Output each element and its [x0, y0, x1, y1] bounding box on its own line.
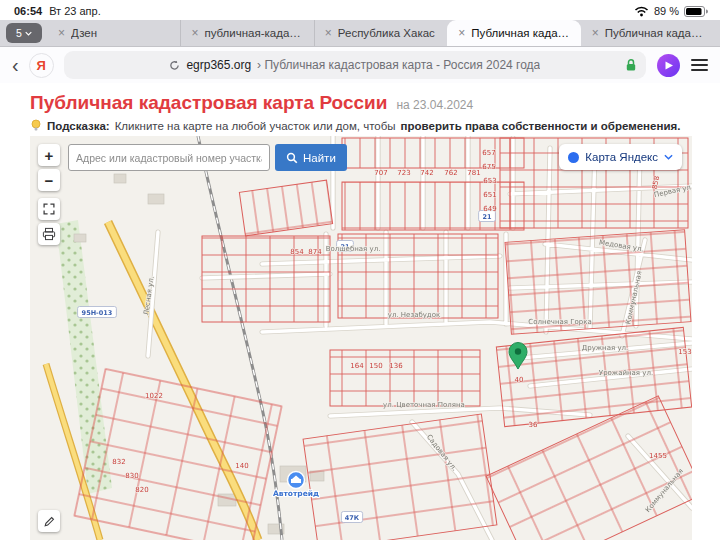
url-title: › Публичная кадастровая карта - Россия 2… — [257, 58, 540, 72]
back-button[interactable]: ‹ — [12, 55, 19, 75]
edit-button[interactable] — [38, 510, 60, 532]
parcel-number: 653 — [483, 177, 496, 185]
zoom-out-button[interactable]: − — [38, 169, 60, 191]
tab-public-cadastral-map-2[interactable]: × Публичная кадастр — [581, 20, 714, 46]
layer-icon — [568, 152, 579, 163]
layer-selector[interactable]: Карта Яндекс — [559, 144, 682, 170]
map-search-bar: Найти — [68, 144, 347, 171]
expand-icon — [42, 202, 56, 216]
parcel-number: 723 — [397, 169, 410, 177]
svg-text:47К: 47К — [345, 514, 360, 522]
page-title: Публичная кадастровая карта России — [30, 92, 387, 114]
parcel-number: 1022 — [145, 392, 163, 400]
parcel-number: 140 — [235, 462, 248, 470]
map-container[interactable]: 95Н-013212147К 7077237427627816576756536… — [30, 136, 692, 540]
search-icon — [286, 152, 298, 164]
date: Вт 23 апр. — [49, 5, 101, 17]
street-label: Солнечная Горка — [528, 318, 591, 326]
street-label: Волшебная ул. — [326, 245, 381, 253]
parcel-number: 36 — [529, 421, 538, 429]
tab-close-icon[interactable]: × — [458, 26, 465, 40]
menu-button[interactable] — [691, 59, 708, 71]
battery-percent: 89 % — [654, 5, 679, 17]
tab-close-icon[interactable]: × — [325, 26, 332, 40]
tab-close-icon[interactable]: × — [191, 26, 198, 40]
parcel-number: 762 — [444, 169, 457, 177]
address-bar: ‹ Я egrp365.org › Публичная кадастровая … — [0, 47, 720, 83]
street-label: Урожайная ул. — [599, 369, 653, 377]
chevron-down-icon — [664, 154, 673, 160]
fullscreen-button[interactable] — [38, 198, 60, 220]
search-button[interactable]: Найти — [275, 144, 347, 171]
url-field[interactable]: egrp365.org › Публичная кадастровая карт… — [64, 51, 646, 79]
tip-banner: Подсказка: Кликните на карте на любой уч… — [0, 114, 720, 136]
page-title-date: на 23.04.2024 — [396, 98, 473, 112]
map-canvas[interactable]: 95Н-013212147К 7077237427627816576756536… — [30, 136, 692, 540]
tab-khakassia[interactable]: × Республика Хакас — [314, 20, 447, 46]
parcel-number: 830 — [125, 472, 138, 480]
parcel-number: 136 — [389, 362, 403, 370]
svg-text:21: 21 — [482, 213, 492, 221]
ssl-lock-icon — [625, 58, 637, 75]
road-badge: 95Н-013 — [78, 307, 117, 318]
street-label: ул. Незабудок — [388, 311, 440, 319]
tab-close-icon[interactable]: × — [58, 26, 65, 40]
printer-icon — [42, 227, 56, 241]
tab-cadastre-search[interactable]: × публичная-кадастр — [180, 20, 313, 46]
road-badge: 47К — [341, 512, 362, 523]
tab-close-icon[interactable]: × — [592, 26, 599, 40]
status-bar: 06:54 Вт 23 апр. 89 % — [0, 0, 720, 20]
street-label: Дружная ул. — [582, 344, 629, 352]
alice-assistant-icon[interactable] — [656, 53, 681, 78]
zoom-in-button[interactable]: + — [38, 144, 60, 166]
tab-overview-button[interactable]: 5 — [6, 23, 42, 43]
street-label: ул. Цветочная Поляна — [383, 401, 465, 409]
parcel-number: 854 — [290, 248, 304, 256]
parcel-number: 40 — [515, 376, 524, 384]
clock: 06:54 — [14, 5, 42, 17]
tab-public-cadastral-map-active[interactable]: × Публичная кадастр — [447, 20, 580, 46]
poi-label: Автотрейд — [273, 489, 319, 498]
search-input[interactable] — [68, 144, 270, 171]
parcel-number: 742 — [420, 169, 433, 177]
parcel-number: 150 — [369, 362, 382, 370]
parcel-number: 820 — [135, 486, 148, 494]
tab-dzen[interactable]: × Дзен — [48, 20, 180, 46]
chevron-down-icon — [25, 31, 32, 36]
reload-icon[interactable] — [169, 60, 180, 71]
tip-label: Подсказка: — [47, 120, 110, 132]
lightbulb-icon — [30, 119, 42, 132]
parcel-number: 649 — [483, 205, 496, 213]
poi-avtotreyd-icon[interactable] — [288, 472, 305, 489]
tip-text: Кликните на карте на любой участок или д… — [115, 120, 396, 132]
url-host: egrp365.org — [186, 58, 251, 72]
parcel-number: 657 — [482, 149, 495, 157]
parcel-number: 164 — [350, 362, 364, 370]
print-button[interactable] — [38, 223, 60, 245]
parcel-number: 675 — [482, 163, 495, 171]
parcel-number: 1455 — [649, 452, 667, 460]
pencil-icon — [43, 515, 56, 528]
parcel-number: 153 — [678, 348, 691, 356]
parcel-number: 651 — [483, 191, 496, 199]
svg-text:95Н-013: 95Н-013 — [82, 309, 113, 317]
parcel-number: 874 — [308, 248, 322, 256]
yandex-home-icon[interactable]: Я — [29, 53, 54, 78]
wifi-icon — [634, 6, 649, 17]
parcel-number: 781 — [467, 169, 480, 177]
battery-icon — [684, 6, 708, 17]
parcel-number: 707 — [374, 169, 387, 177]
tab-bar: 5 × Дзен × публичная-кадастр × Республик… — [0, 20, 720, 47]
layer-label: Карта Яндекс — [585, 151, 658, 163]
parcel-number: 832 — [112, 458, 125, 466]
tip-bold-text: проверить права собственности и обремене… — [401, 120, 681, 132]
